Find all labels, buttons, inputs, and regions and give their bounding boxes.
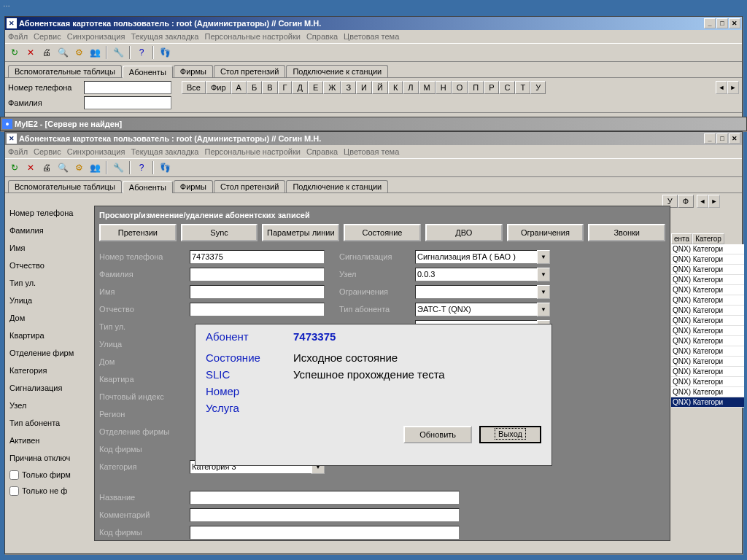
search-icon[interactable]: 🔍 bbox=[56, 161, 69, 174]
combo-input[interactable] bbox=[415, 268, 537, 281]
alpha-К[interactable]: К bbox=[388, 81, 403, 94]
panel-button[interactable]: Состояние bbox=[344, 224, 421, 241]
exit-button[interactable]: Выход bbox=[479, 426, 541, 443]
tab-firms[interactable]: Фирмы bbox=[174, 180, 213, 192]
alpha-О[interactable]: О bbox=[452, 81, 468, 94]
titlebar-myie[interactable]: ● MyIE2 - [Сервер не найден] bbox=[1, 117, 746, 131]
list-item[interactable]: QNX) Категори bbox=[671, 326, 744, 336]
list-item[interactable]: QNX) Категори bbox=[671, 336, 744, 346]
menu-file[interactable]: Файл bbox=[8, 32, 28, 41]
input-lastname[interactable] bbox=[84, 96, 171, 109]
print-icon[interactable]: 🖨 bbox=[40, 46, 53, 59]
tab-firms[interactable]: Фирмы bbox=[174, 65, 213, 77]
list-item[interactable]: QNX) Категори bbox=[671, 275, 744, 285]
list-item[interactable]: QNX) Категори bbox=[671, 316, 744, 326]
alpha-И[interactable]: И bbox=[356, 81, 372, 94]
combo-input[interactable] bbox=[415, 303, 537, 316]
phone-input[interactable] bbox=[190, 250, 325, 264]
alpha-scroll-left[interactable]: ◄ bbox=[716, 81, 727, 94]
alpha-А[interactable]: А bbox=[231, 81, 247, 94]
menu-tab[interactable]: Текущая закладка bbox=[131, 147, 198, 156]
col-header[interactable]: Категор bbox=[692, 233, 724, 244]
minimize-button[interactable]: _ bbox=[704, 18, 716, 28]
dropdown-icon[interactable]: ▼ bbox=[537, 250, 550, 264]
menu-theme[interactable]: Цветовая тема bbox=[344, 32, 399, 41]
menu-settings[interactable]: Персональные настройки bbox=[204, 32, 300, 41]
menu-service[interactable]: Сервис bbox=[34, 147, 61, 156]
tab-connect[interactable]: Подключение к станции bbox=[286, 180, 388, 192]
alpha-Й[interactable]: Й bbox=[372, 81, 388, 94]
menu-help[interactable]: Справка bbox=[306, 147, 338, 156]
list-item[interactable]: QNX) Категори bbox=[671, 346, 744, 357]
alpha-Р[interactable]: Р bbox=[484, 81, 499, 94]
tab-claims[interactable]: Стол претензий bbox=[214, 65, 285, 77]
list-item[interactable]: QNX) Категори bbox=[671, 387, 744, 397]
menu-theme[interactable]: Цветовая тема bbox=[344, 147, 399, 156]
alpha-Все[interactable]: Все bbox=[182, 81, 206, 94]
panel-button[interactable]: Sync bbox=[181, 224, 258, 241]
tab-claims[interactable]: Стол претензий bbox=[214, 180, 285, 192]
tools-icon[interactable]: 🔧 bbox=[112, 161, 125, 174]
gear-icon[interactable]: ⚙ bbox=[72, 161, 85, 174]
alpha-Фир[interactable]: Фир bbox=[206, 81, 231, 94]
users-icon[interactable]: 👥 bbox=[88, 46, 101, 59]
search-icon[interactable]: 🔍 bbox=[56, 46, 69, 59]
tools-icon[interactable]: 🔧 bbox=[112, 46, 125, 59]
panel-button[interactable]: Звонки bbox=[588, 224, 665, 241]
panel-button[interactable]: ДВО bbox=[425, 224, 503, 241]
tab-aux[interactable]: Вспомогательные таблицы bbox=[8, 65, 122, 77]
alpha-Б[interactable]: Б bbox=[247, 81, 262, 94]
help-icon[interactable]: ? bbox=[135, 161, 148, 174]
list-item[interactable]: QNX) Категори bbox=[671, 367, 744, 377]
text-input[interactable] bbox=[190, 285, 325, 299]
print-icon[interactable]: 🖨 bbox=[40, 161, 53, 174]
alpha-П[interactable]: П bbox=[468, 81, 484, 94]
alpha-Ж[interactable]: Ж bbox=[323, 81, 341, 94]
refresh-icon[interactable]: ↻ bbox=[8, 46, 21, 59]
text-input[interactable] bbox=[190, 508, 460, 522]
delete-icon[interactable]: ✕ bbox=[24, 161, 37, 174]
close-button[interactable]: ✕ bbox=[729, 18, 740, 28]
close-button[interactable]: ✕ bbox=[729, 133, 740, 144]
help-icon[interactable]: ? bbox=[135, 46, 148, 59]
tab-subscribers[interactable]: Абоненты bbox=[123, 181, 173, 193]
refresh-button[interactable]: Обновить bbox=[403, 426, 472, 443]
alpha-Д[interactable]: Д bbox=[292, 81, 307, 94]
list-item[interactable]: QNX) Категори bbox=[671, 306, 744, 316]
alpha-М[interactable]: М bbox=[419, 81, 436, 94]
text-input[interactable] bbox=[190, 491, 460, 505]
alpha-В[interactable]: В bbox=[262, 81, 277, 94]
list-item[interactable]: QNX) Категори bbox=[671, 357, 744, 367]
menu-file[interactable]: Файл bbox=[8, 147, 28, 156]
titlebar-1[interactable]: ✕ Абонентская картотека пользователь : r… bbox=[5, 17, 742, 30]
titlebar-2[interactable]: ✕ Абонентская картотека пользователь : r… bbox=[5, 132, 742, 145]
maximize-button[interactable]: □ bbox=[716, 18, 728, 28]
tab-connect[interactable]: Подключение к станции bbox=[286, 65, 388, 77]
panel-button[interactable]: Претензии bbox=[99, 224, 177, 241]
filter-checkbox[interactable] bbox=[9, 470, 19, 480]
users-icon[interactable]: 👥 bbox=[88, 161, 101, 174]
list-item[interactable]: QNX) Категори bbox=[671, 397, 744, 408]
tab-subscribers[interactable]: Абоненты bbox=[123, 66, 173, 78]
alpha-scroll-right[interactable]: ► bbox=[708, 195, 720, 208]
text-input[interactable] bbox=[190, 268, 325, 281]
list-item[interactable]: QNX) Категори bbox=[671, 377, 744, 387]
tab-aux[interactable]: Вспомогательные таблицы bbox=[8, 180, 122, 192]
dropdown-icon[interactable]: ▼ bbox=[537, 303, 550, 316]
combo-input[interactable] bbox=[415, 285, 537, 299]
minimize-button[interactable]: _ bbox=[704, 133, 716, 144]
menu-settings[interactable]: Персональные настройки bbox=[204, 147, 300, 156]
list-item[interactable]: QNX) Категори bbox=[671, 285, 744, 295]
alpha-Л[interactable]: Л bbox=[403, 81, 418, 94]
list-item[interactable]: QNX) Категори bbox=[671, 265, 744, 275]
refresh-icon[interactable]: ↻ bbox=[8, 161, 21, 174]
alpha-scroll-right[interactable]: ► bbox=[727, 81, 739, 94]
alpha-f[interactable]: Ф bbox=[678, 195, 694, 208]
list-item[interactable]: QNX) Категори bbox=[671, 295, 744, 306]
menu-help[interactable]: Справка bbox=[306, 32, 338, 41]
maximize-button[interactable]: □ bbox=[716, 133, 728, 144]
menu-tab[interactable]: Текущая закладка bbox=[131, 32, 198, 41]
alpha-Т[interactable]: Т bbox=[515, 81, 530, 94]
menu-sync[interactable]: Синхронизация bbox=[67, 147, 125, 156]
combo-input[interactable] bbox=[415, 250, 537, 264]
